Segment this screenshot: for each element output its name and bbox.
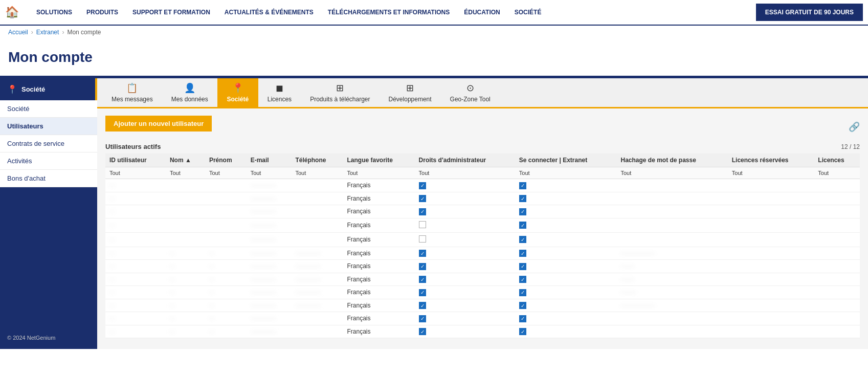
checkbox-conn[interactable]: ✓ <box>519 250 526 257</box>
cell-admin[interactable]: ✓ <box>415 299 515 312</box>
filter-hash[interactable]: Tout <box>620 170 631 176</box>
filter-nom[interactable]: Tout <box>170 170 181 176</box>
cell-admin[interactable] <box>415 218 515 232</box>
table-row[interactable]: ··· ··············· Français ✓ <box>105 218 860 232</box>
filter-admin[interactable]: Tout <box>419 170 430 176</box>
checkbox-conn[interactable]: ✓ <box>519 208 526 215</box>
cell-conn[interactable]: ✓ <box>515 273 617 286</box>
sidebar-item-societe[interactable]: Société <box>0 100 97 118</box>
societe-icon: 📍 <box>232 82 243 94</box>
filter-prenom[interactable]: Tout <box>209 170 220 176</box>
checkbox-admin[interactable] <box>419 235 426 243</box>
filter-lic[interactable]: Tout <box>818 170 829 176</box>
cell-tel: ··············· <box>291 260 343 273</box>
checkbox-admin[interactable]: ✓ <box>419 302 426 309</box>
table-row[interactable]: ··· ··············· Français ✓ ✓ <box>105 192 860 205</box>
checkbox-admin[interactable]: ✓ <box>419 289 426 296</box>
nav-solutions[interactable]: SOLUTIONS <box>29 0 79 25</box>
tab-mes-donnees[interactable]: 👤 Mes données <box>162 78 217 107</box>
breadcrumb-accueil[interactable]: Accueil <box>8 29 28 36</box>
checkbox-conn[interactable]: ✓ <box>519 222 526 229</box>
cell-conn[interactable]: ✓ <box>515 247 617 260</box>
tab-developpement[interactable]: ⊞ Développement <box>380 78 441 107</box>
col-lic-res: Licences réservées <box>728 153 814 167</box>
tab-licences[interactable]: ◼ Licences <box>258 78 301 107</box>
checkbox-admin[interactable]: ✓ <box>419 250 426 257</box>
checkbox-admin[interactable]: ✓ <box>419 328 426 335</box>
filter-id[interactable]: Tout <box>109 170 120 176</box>
table-row[interactable]: ··· ··· ··· ··············· ············… <box>105 260 860 273</box>
checkbox-conn[interactable]: ✓ <box>519 182 526 189</box>
table-row[interactable]: ··· ··· ··· ··············· Français ✓ ✓ <box>105 312 860 325</box>
sidebar-item-utilisateurs[interactable]: Utilisateurs <box>0 118 97 135</box>
cell-conn[interactable]: ✓ <box>515 232 617 247</box>
cell-admin[interactable] <box>415 232 515 247</box>
filter-lang[interactable]: Tout <box>347 170 358 176</box>
cell-conn[interactable]: ✓ <box>515 205 617 218</box>
checkbox-admin[interactable]: ✓ <box>419 195 426 202</box>
cell-admin[interactable]: ✓ <box>415 273 515 286</box>
filter-email[interactable]: Tout <box>251 170 261 176</box>
checkbox-admin[interactable] <box>419 221 426 228</box>
filter-conn[interactable]: Tout <box>519 170 530 176</box>
cell-admin[interactable]: ✓ <box>415 325 515 338</box>
filter-tel[interactable]: Tout <box>295 170 306 176</box>
cell-admin[interactable]: ✓ <box>415 205 515 218</box>
checkbox-conn[interactable]: ✓ <box>519 236 526 243</box>
sidebar-item-bons[interactable]: Bons d'achat <box>0 170 97 187</box>
table-row[interactable]: ··· ··· ··· ··············· ············… <box>105 273 860 286</box>
nav-telechargements[interactable]: TÉLÉCHARGEMENTS ET INFORMATIONS <box>321 0 457 25</box>
cell-admin[interactable]: ✓ <box>415 312 515 325</box>
cell-conn[interactable]: ✓ <box>515 179 617 192</box>
cell-admin[interactable]: ✓ <box>415 286 515 299</box>
nav-support[interactable]: SUPPORT ET FORMATION <box>125 0 217 25</box>
nav-societe[interactable]: SOCIÉTÉ <box>507 0 549 25</box>
table-row[interactable]: ··· ··············· Français ✓ ✓ <box>105 179 860 192</box>
table-row[interactable]: ··· ··· ··· ··············· ············… <box>105 247 860 260</box>
nav-actualites[interactable]: ACTUALITÉS & ÉVÉNEMENTS <box>217 0 321 25</box>
checkbox-admin[interactable]: ✓ <box>419 263 426 270</box>
checkbox-conn[interactable]: ✓ <box>519 315 526 322</box>
checkbox-admin[interactable]: ✓ <box>419 276 426 283</box>
filter-lic-res[interactable]: Tout <box>732 170 743 176</box>
cell-admin[interactable]: ✓ <box>415 179 515 192</box>
checkbox-conn[interactable]: ✓ <box>519 328 526 335</box>
cell-conn[interactable]: ✓ <box>515 299 617 312</box>
breadcrumb-extranet[interactable]: Extranet <box>36 29 59 36</box>
table-row[interactable]: ··· ··· ··· ··············· Français ✓ ✓ <box>105 325 860 338</box>
cell-conn[interactable]: ✓ <box>515 325 617 338</box>
cell-conn[interactable]: ✓ <box>515 312 617 325</box>
tab-produits[interactable]: ⊞ Produits à télécharger <box>301 78 379 107</box>
cta-button[interactable]: ESSAI GRATUIT DE 90 JOURS <box>756 4 863 21</box>
table-row[interactable]: ··· ··· ··· ··············· ············… <box>105 299 860 312</box>
nav-education[interactable]: ÉDUCATION <box>457 0 507 25</box>
tab-societe[interactable]: 📍 Société <box>217 78 258 107</box>
link-icon[interactable]: 🔗 <box>849 121 860 133</box>
col-lang: Langue favorite <box>343 153 414 167</box>
checkbox-conn[interactable]: ✓ <box>519 263 526 270</box>
checkbox-admin[interactable]: ✓ <box>419 315 426 322</box>
table-row[interactable]: ··· ··············· Français ✓ <box>105 232 860 247</box>
checkbox-admin[interactable]: ✓ <box>419 208 426 215</box>
cell-conn[interactable]: ✓ <box>515 218 617 232</box>
checkbox-conn[interactable]: ✓ <box>519 276 526 283</box>
checkbox-conn[interactable]: ✓ <box>519 195 526 202</box>
tab-geozone[interactable]: ⊙ Geo-Zone Tool <box>441 78 500 107</box>
cell-admin[interactable]: ✓ <box>415 192 515 205</box>
cell-conn[interactable]: ✓ <box>515 192 617 205</box>
cell-admin[interactable]: ✓ <box>415 260 515 273</box>
tab-mes-messages[interactable]: 📋 Mes messages <box>102 78 162 107</box>
checkbox-admin[interactable]: ✓ <box>419 182 426 189</box>
home-icon[interactable]: 🏠 <box>5 6 19 19</box>
checkbox-conn[interactable]: ✓ <box>519 289 526 296</box>
sidebar-item-contrats[interactable]: Contrats de service <box>0 135 97 152</box>
cell-conn[interactable]: ✓ <box>515 260 617 273</box>
checkbox-conn[interactable]: ✓ <box>519 302 526 309</box>
sidebar-item-activites[interactable]: Activités <box>0 152 97 170</box>
table-row[interactable]: ··· ··· ··· ··············· ············… <box>105 286 860 299</box>
table-row[interactable]: ··· ··············· Français ✓ ✓ <box>105 205 860 218</box>
nav-produits[interactable]: PRODUITS <box>79 0 125 25</box>
cell-conn[interactable]: ✓ <box>515 286 617 299</box>
add-user-button[interactable]: Ajouter un nouvel utilisateur <box>105 116 212 131</box>
cell-admin[interactable]: ✓ <box>415 247 515 260</box>
